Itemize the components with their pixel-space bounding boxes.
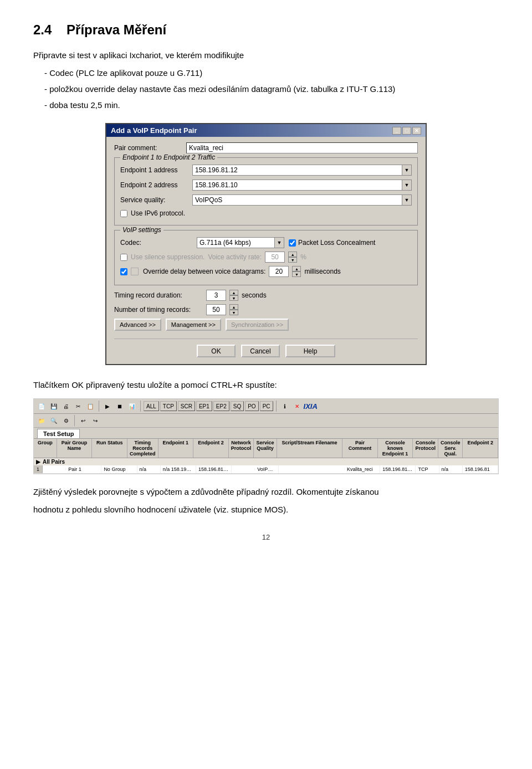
endpoint-traffic-group: Endpoint 1 to Endpoint 2 Traffic Endpoin…	[114, 157, 418, 225]
tb-icon-r2[interactable]: 🔍	[48, 415, 59, 426]
table-row[interactable]: 1 Pair 1 No Group n/a n/a 158.196.81.12 …	[34, 465, 498, 474]
tb-btn-tcp[interactable]: TCP	[160, 401, 177, 411]
endpoint2-input[interactable]	[192, 180, 402, 191]
endpoint1-dropdown: ▼	[192, 165, 412, 176]
th-network-protocol: Network Protocol	[229, 439, 254, 458]
silence-checkbox[interactable]	[120, 254, 127, 261]
td-pair-name: Pair 1	[66, 465, 101, 473]
codec-input[interactable]	[197, 237, 274, 248]
tb-icon-r4[interactable]: ↩	[78, 415, 89, 426]
tb-btn-sq[interactable]: SQ	[231, 401, 244, 411]
timing-duration-spinner[interactable]: ▲▼	[229, 290, 238, 301]
tb-icon-6[interactable]: ▶	[102, 401, 113, 412]
timing-count-input[interactable]	[206, 304, 226, 315]
advanced-button[interactable]: Advanced >>	[114, 319, 161, 331]
dialog-wrapper: Add a VoIP Endpoint Pair _ □ ✕ Pair comm…	[33, 123, 499, 365]
dialog-body: Pair comment: Endpoint 1 to Endpoint 2 T…	[106, 137, 426, 364]
activity-input[interactable]	[265, 252, 285, 263]
tb-icon-r3[interactable]: ⚙	[60, 415, 71, 426]
close-button[interactable]: ✕	[412, 127, 421, 135]
tb-icon-r5[interactable]: ↪	[90, 415, 101, 426]
override-icon	[131, 268, 139, 275]
tb-icon-info[interactable]: ℹ	[279, 401, 290, 412]
silence-label: Use silence suppression.	[131, 253, 204, 261]
bullet-2: položkou override delay nastavte čas mez…	[44, 83, 499, 96]
service-quality-arrow[interactable]: ▼	[402, 194, 412, 206]
ipv6-checkbox[interactable]	[120, 210, 127, 217]
th-run-status: Run Status	[92, 439, 127, 458]
tab-test-setup[interactable]: Test Setup	[37, 429, 80, 438]
titlebar-buttons: _ □ ✕	[392, 127, 421, 135]
override-input[interactable]	[269, 266, 289, 277]
tb-btn-scr[interactable]: SCR	[178, 401, 195, 411]
tb-btn-all[interactable]: ALL	[144, 401, 159, 411]
timing-count-spinner[interactable]: ▲▼	[229, 304, 238, 315]
synchronization-button[interactable]: Synchronization >>	[226, 319, 289, 331]
service-quality-label: Service quality:	[120, 196, 192, 204]
ipv6-checkbox-row: Use IPv6 protocol.	[120, 209, 412, 217]
screenshot-bar: 📄 💾 🖨 ✂ 📋 ▶ ⏹ 📊 ALL TCP SCR EP1 EP2 SQ P…	[33, 398, 499, 474]
endpoint2-row: Endpoint 2 address ▼	[120, 180, 412, 191]
page-heading: 2.4 Příprava Měření	[33, 22, 499, 38]
plc-checkbox[interactable]	[289, 239, 296, 247]
tb-icon-4[interactable]: ✂	[73, 401, 84, 412]
tb-btn-ep2[interactable]: EP2	[213, 401, 229, 411]
management-button[interactable]: Management >>	[166, 319, 221, 331]
group-label: All Pairs	[43, 459, 65, 465]
silence-row: Use silence suppression. Voice activity …	[120, 252, 412, 263]
tb-icon-8[interactable]: 📊	[126, 401, 137, 412]
tb-icon-3[interactable]: 🖨	[60, 401, 71, 412]
th-service-quality: Service Quality	[254, 439, 277, 458]
voip-settings-group: VoIP settings Codec: ▼ Packet Loss Conce…	[114, 230, 418, 285]
maximize-button[interactable]: □	[402, 127, 411, 135]
group1-inner: Endpoint 1 address ▼ Endpoint 2 address …	[120, 165, 412, 217]
expand-icon[interactable]: ▶	[36, 459, 40, 465]
endpoint1-arrow[interactable]: ▼	[402, 165, 412, 176]
tab-bar: Test Setup	[34, 428, 498, 439]
group2-title: VoIP settings	[120, 226, 163, 234]
service-quality-input[interactable]	[192, 194, 402, 206]
pair-comment-label: Pair comment:	[114, 144, 186, 152]
th-pair-group: Pair Group Name	[57, 439, 93, 458]
ok-button[interactable]: OK	[197, 345, 236, 357]
timing-duration-input[interactable]	[206, 290, 226, 301]
add-voip-dialog: Add a VoIP Endpoint Pair _ □ ✕ Pair comm…	[105, 123, 427, 365]
tb-icon-5[interactable]: 📋	[85, 401, 96, 412]
bullet-1: Codec (PLC lze aplikovat pouze u G.711)	[44, 66, 499, 80]
cancel-button[interactable]: Cancel	[241, 345, 280, 357]
codec-arrow[interactable]: ▼	[274, 237, 284, 248]
td-console-knows-val: 158.196.81.12	[380, 465, 416, 473]
help-button[interactable]: Help	[285, 345, 335, 357]
group2-inner: Codec: ▼ Packet Loss Concealment	[120, 237, 412, 277]
tb-btn-po[interactable]: PO	[245, 401, 258, 411]
tb-icon-1[interactable]: 📄	[36, 401, 47, 412]
endpoint2-dropdown: ▼	[192, 180, 412, 191]
td-run-status: No Group	[101, 465, 137, 473]
main-toolbar: 📄 💾 🖨 ✂ 📋 ▶ ⏹ 📊 ALL TCP SCR EP1 EP2 SQ P…	[34, 399, 498, 414]
endpoint1-input[interactable]	[192, 165, 402, 176]
timing-count-label: Number of timing records:	[114, 306, 203, 314]
timing-count-row: Number of timing records: ▲▼	[114, 304, 418, 315]
th-pair-comment: Pair Comment	[342, 439, 378, 458]
td-pair-comment-val: Kvalita_reci	[345, 465, 380, 473]
activity-spinner[interactable]: ▲▼	[288, 252, 297, 263]
tb-btn-pc[interactable]: PC	[260, 401, 273, 411]
tb-icon-r1[interactable]: 📁	[36, 415, 47, 426]
bullet-list: Codec (PLC lze aplikovat pouze u G.711) …	[33, 66, 499, 112]
th-endpoint2-r: Endpoint 2	[463, 439, 498, 458]
override-checkbox[interactable]	[120, 268, 127, 275]
minimize-button[interactable]: _	[392, 127, 401, 135]
toolbar-row2: 📁 🔍 ⚙ ↩ ↪	[34, 414, 498, 428]
ipv6-label: Use IPv6 protocol.	[131, 209, 185, 217]
td-timing-completed: n/a	[137, 465, 161, 473]
tb-icon-x[interactable]: ✕	[291, 401, 303, 412]
page-number: 12	[33, 533, 499, 541]
tb-icon-2[interactable]: 💾	[48, 401, 59, 412]
pair-comment-input[interactable]	[186, 142, 418, 153]
override-spinner[interactable]: ▲▼	[292, 266, 301, 277]
service-quality-dropdown: ▼	[192, 194, 412, 206]
dialog-titlebar: Add a VoIP Endpoint Pair _ □ ✕	[106, 124, 426, 137]
tb-btn-ep1[interactable]: EP1	[196, 401, 212, 411]
endpoint2-arrow[interactable]: ▼	[402, 180, 412, 191]
tb-icon-7[interactable]: ⏹	[114, 401, 125, 412]
